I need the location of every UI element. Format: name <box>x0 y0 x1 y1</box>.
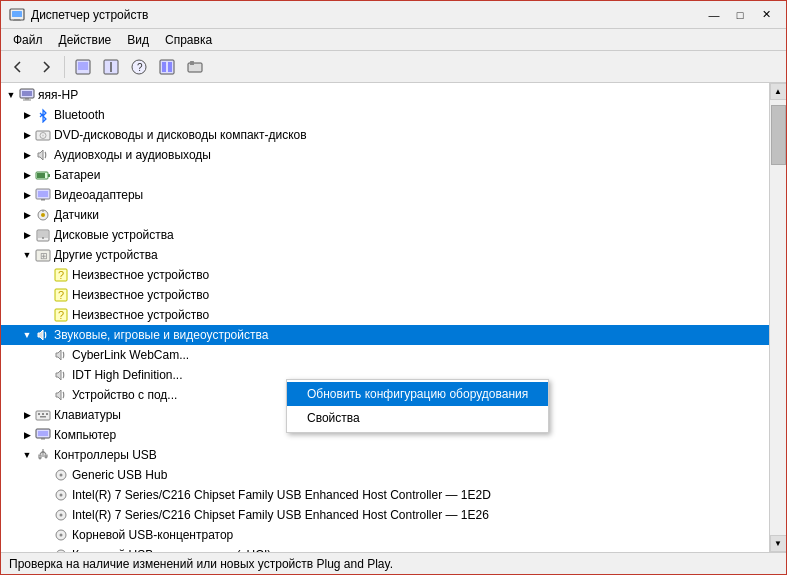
other-expand-icon[interactable]: ▼ <box>19 247 35 263</box>
scrollbar-thumb[interactable] <box>771 105 786 165</box>
tree-root2[interactable]: ▶ Корневой USB-концентратор (xHCI) <box>1 545 769 552</box>
svg-rect-46 <box>40 416 46 418</box>
toolbar-btn2[interactable] <box>98 54 124 80</box>
toolbar-back[interactable] <box>5 54 31 80</box>
title-bar: Диспетчер устройств — □ ✕ <box>1 1 786 29</box>
tree-sensors[interactable]: ▶ Датчики <box>1 205 769 225</box>
tree-unknown2[interactable]: ▶ ? Неизвестное устройство <box>1 285 769 305</box>
other-icon: ⊞ <box>35 247 51 263</box>
tree-battery[interactable]: ▶ Батареи <box>1 165 769 185</box>
keyboard-expand[interactable]: ▶ <box>19 407 35 423</box>
svg-rect-1 <box>12 11 22 17</box>
svg-rect-16 <box>22 91 32 96</box>
toolbar-btn3[interactable] <box>154 54 180 80</box>
title-bar-left: Диспетчер устройств <box>9 7 148 23</box>
status-text: Проверка на наличие изменений или новых … <box>9 557 393 571</box>
tree-intel1[interactable]: ▶ Intel(R) 7 Series/C216 Chipset Family … <box>1 485 769 505</box>
unknown1-icon: ? <box>53 267 69 283</box>
usb-expand[interactable]: ▼ <box>19 447 35 463</box>
sound-expand-icon[interactable]: ▼ <box>19 327 35 343</box>
toolbar-forward[interactable] <box>33 54 59 80</box>
keyboard-icon <box>35 407 51 423</box>
unknown3-label: Неизвестное устройство <box>72 308 209 322</box>
content-area: ▼ яяя-HP ▶ Bluetooth ▶ DVD-ди <box>1 83 786 552</box>
battery-expand-icon[interactable]: ▶ <box>19 167 35 183</box>
display-expand-icon[interactable]: ▶ <box>19 187 35 203</box>
sensors-expand-icon[interactable]: ▶ <box>19 207 35 223</box>
window-icon <box>9 7 25 23</box>
tree-audio[interactable]: ▶ Аудиовходы и аудиовыходы <box>1 145 769 165</box>
scroll-up-btn[interactable]: ▲ <box>770 83 787 100</box>
tree-dvd[interactable]: ▶ DVD-дисководы и дисководы компакт-диск… <box>1 125 769 145</box>
sound-icon <box>35 327 51 343</box>
menu-help[interactable]: Справка <box>157 31 220 49</box>
sound-label: Звуковые, игровые и видеоустройства <box>54 328 268 342</box>
display-label: Видеоадаптеры <box>54 188 143 202</box>
tree-bluetooth[interactable]: ▶ Bluetooth <box>1 105 769 125</box>
intel2-label: Intel(R) 7 Series/C216 Chipset Family US… <box>72 508 489 522</box>
tree-root1[interactable]: ▶ Корневой USB-концентратор <box>1 525 769 545</box>
device-icon <box>53 387 69 403</box>
bluetooth-expand-icon[interactable]: ▶ <box>19 107 35 123</box>
svg-point-33 <box>42 237 44 239</box>
cyberlink-label: CyberLink WebCam... <box>72 348 189 362</box>
svg-rect-24 <box>37 173 45 178</box>
audio-icon <box>35 147 51 163</box>
root2-label: Корневой USB-концентратор (xHCI) <box>72 548 271 552</box>
dvd-expand-icon[interactable]: ▶ <box>19 127 35 143</box>
tree-unknown1[interactable]: ▶ ? Неизвестное устройство <box>1 265 769 285</box>
svg-rect-43 <box>38 413 40 415</box>
menu-view[interactable]: Вид <box>119 31 157 49</box>
menu-action[interactable]: Действие <box>51 31 120 49</box>
close-button[interactable]: ✕ <box>754 5 778 25</box>
scrollbar-vertical[interactable]: ▲ ▼ <box>769 83 786 552</box>
idt-icon <box>53 367 69 383</box>
toolbar-btn1[interactable] <box>70 54 96 80</box>
scrollbar-track[interactable] <box>770 100 786 535</box>
tree-other[interactable]: ▼ ⊞ Другие устройства <box>1 245 769 265</box>
root1-icon <box>53 527 69 543</box>
bluetooth-label: Bluetooth <box>54 108 105 122</box>
tree-usb[interactable]: ▼ Контроллеры USB <box>1 445 769 465</box>
svg-point-55 <box>60 494 63 497</box>
tree-unknown3[interactable]: ▶ ? Неизвестное устройство <box>1 305 769 325</box>
hub1-label: Generic USB Hub <box>72 468 167 482</box>
audio-expand-icon[interactable]: ▶ <box>19 147 35 163</box>
scroll-down-btn[interactable]: ▼ <box>770 535 787 552</box>
svg-point-21 <box>42 135 44 137</box>
minimize-button[interactable]: — <box>702 5 726 25</box>
svg-rect-26 <box>38 191 48 197</box>
tree-display[interactable]: ▶ Видеоадаптеры <box>1 185 769 205</box>
tree-hub1[interactable]: ▶ Generic USB Hub <box>1 465 769 485</box>
context-menu-item-update[interactable]: Обновить конфигурацию оборудования <box>287 382 548 406</box>
toolbar-help[interactable]: ? <box>126 54 152 80</box>
disk-icon <box>35 227 51 243</box>
keyboard-label: Клавиатуры <box>54 408 121 422</box>
maximize-button[interactable]: □ <box>728 5 752 25</box>
comp-expand[interactable]: ▶ <box>19 427 35 443</box>
toolbar-btn4[interactable] <box>182 54 208 80</box>
tree-cyberlink[interactable]: ▶ CyberLink WebCam... <box>1 345 769 365</box>
disk-expand-icon[interactable]: ▶ <box>19 227 35 243</box>
tree-root[interactable]: ▼ яяя-HP <box>1 85 769 105</box>
svg-rect-27 <box>41 199 45 201</box>
other-label: Другие устройства <box>54 248 158 262</box>
root-expand-icon[interactable]: ▼ <box>3 87 19 103</box>
tree-view[interactable]: ▼ яяя-HP ▶ Bluetooth ▶ DVD-ди <box>1 83 769 552</box>
status-bar: Проверка на наличие изменений или новых … <box>1 552 786 574</box>
tree-intel2[interactable]: ▶ Intel(R) 7 Series/C216 Chipset Family … <box>1 505 769 525</box>
display-icon <box>35 187 51 203</box>
audio-label: Аудиовходы и аудиовыходы <box>54 148 211 162</box>
context-menu-item-properties[interactable]: Свойства <box>287 406 548 430</box>
svg-text:?: ? <box>58 289 64 301</box>
unknown1-label: Неизвестное устройство <box>72 268 209 282</box>
menu-file[interactable]: Файл <box>5 31 51 49</box>
svg-point-57 <box>60 514 63 517</box>
tree-disk[interactable]: ▶ Дисковые устройства <box>1 225 769 245</box>
unknown2-icon: ? <box>53 287 69 303</box>
toolbar-sep-1 <box>64 56 65 78</box>
battery-icon <box>35 167 51 183</box>
bluetooth-icon <box>35 107 51 123</box>
tree-sound[interactable]: ▼ Звуковые, игровые и видеоустройства <box>1 325 769 345</box>
svg-rect-11 <box>162 62 166 72</box>
